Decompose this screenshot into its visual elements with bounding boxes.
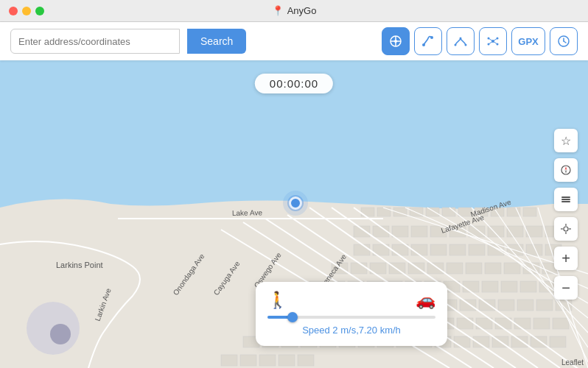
svg-point-3: [394, 40, 397, 43]
joystick[interactable]: [27, 302, 80, 355]
svg-text:Lake Ave: Lake Ave: [232, 208, 263, 217]
svg-rect-49: [449, 244, 466, 255]
svg-rect-62: [466, 263, 482, 274]
svg-rect-32: [523, 208, 536, 216]
svg-line-14: [489, 38, 493, 41]
svg-rect-110: [533, 318, 550, 329]
teleport-button[interactable]: [382, 27, 410, 55]
svg-rect-59: [408, 263, 424, 274]
svg-rect-35: [392, 226, 408, 237]
svg-rect-60: [427, 263, 444, 274]
svg-rect-44: [354, 244, 370, 255]
svg-point-8: [465, 44, 467, 46]
svg-rect-162: [561, 201, 570, 202]
multi-spot-button[interactable]: [479, 27, 507, 55]
svg-rect-46: [392, 244, 408, 255]
svg-rect-109: [514, 318, 531, 329]
speed-icons: 🚶 🚗: [267, 291, 435, 310]
svg-rect-129: [221, 355, 237, 366]
speed-label: Speed 2 m/s,7.20 km/h: [267, 325, 435, 336]
search-input[interactable]: [10, 29, 180, 54]
app-name-label: AnyGo: [287, 5, 317, 16]
car-icon: 🚗: [416, 291, 435, 310]
svg-rect-130: [240, 355, 256, 366]
svg-point-5: [430, 36, 433, 39]
recenter-button[interactable]: [554, 217, 578, 241]
walk-icon: 🚶: [267, 291, 287, 310]
speed-slider-thumb[interactable]: [287, 312, 298, 322]
svg-rect-33: [354, 226, 370, 237]
map-container[interactable]: Lake Ave Madison Ave Lafayette Ave Larki…: [0, 60, 588, 368]
svg-rect-75: [463, 281, 479, 292]
svg-rect-133: [298, 355, 314, 366]
window-controls: [9, 7, 44, 15]
svg-rect-127: [531, 336, 547, 347]
title-bar: 📍 AnyGo: [0, 0, 588, 22]
svg-rect-126: [511, 336, 528, 347]
svg-rect-50: [469, 244, 485, 255]
svg-rect-94: [536, 300, 553, 311]
star-button[interactable]: ☆: [554, 129, 578, 152]
svg-rect-56: [351, 263, 367, 274]
history-button[interactable]: [550, 27, 578, 55]
zoom-out-button[interactable]: −: [554, 276, 578, 300]
svg-rect-123: [454, 336, 470, 347]
svg-rect-36: [411, 226, 427, 237]
svg-rect-161: [561, 199, 570, 200]
zoom-in-button[interactable]: +: [554, 247, 578, 270]
svg-rect-107: [476, 318, 492, 329]
svg-rect-106: [457, 318, 473, 329]
svg-line-15: [493, 38, 497, 41]
svg-rect-93: [517, 300, 533, 311]
toolbar-right: GPX: [382, 27, 578, 55]
map-controls-panel: ☆ +: [554, 129, 578, 300]
app-icon: 📍: [272, 5, 284, 16]
svg-line-17: [493, 41, 497, 44]
svg-rect-160: [561, 197, 570, 198]
timer-display: 00:00:00: [255, 74, 333, 93]
toolbar: Search: [0, 22, 588, 60]
minimize-button[interactable]: [22, 7, 31, 15]
svg-rect-77: [501, 281, 517, 292]
svg-rect-91: [479, 300, 495, 311]
svg-rect-128: [550, 336, 566, 347]
joystick-inner: [50, 324, 71, 344]
svg-rect-131: [259, 355, 276, 366]
svg-line-16: [489, 41, 493, 44]
compass-button[interactable]: [554, 158, 578, 182]
multi-route-button[interactable]: [447, 27, 475, 55]
speed-slider[interactable]: [267, 316, 435, 319]
svg-rect-92: [498, 300, 514, 311]
svg-point-7: [455, 44, 457, 46]
svg-rect-61: [447, 263, 463, 274]
svg-rect-90: [460, 300, 476, 311]
leaflet-attribution: Leaflet: [561, 358, 584, 367]
speed-panel: 🚶 🚗 Speed 2 m/s,7.20 km/h: [256, 282, 447, 346]
maximize-button[interactable]: [35, 7, 44, 15]
svg-rect-26: [426, 208, 439, 216]
svg-rect-111: [553, 318, 569, 329]
svg-point-163: [564, 227, 568, 231]
svg-rect-39: [469, 226, 485, 237]
svg-text:Larkins Point: Larkins Point: [56, 261, 103, 269]
svg-rect-78: [520, 281, 536, 292]
search-button[interactable]: Search: [187, 29, 246, 54]
map-layers-button[interactable]: [554, 188, 578, 211]
location-marker: [289, 197, 302, 210]
app-title: 📍 AnyGo: [272, 5, 317, 16]
gpx-button[interactable]: GPX: [511, 27, 545, 55]
svg-rect-27: [442, 208, 455, 216]
svg-rect-48: [430, 244, 447, 255]
route-button[interactable]: [414, 27, 442, 55]
close-button[interactable]: [9, 7, 18, 15]
svg-line-20: [564, 41, 566, 43]
svg-point-6: [460, 38, 462, 40]
svg-point-4: [422, 43, 425, 46]
svg-rect-63: [485, 263, 501, 274]
svg-rect-76: [482, 281, 498, 292]
joystick-outer: [27, 302, 80, 355]
svg-rect-64: [504, 263, 520, 274]
svg-rect-132: [279, 355, 295, 366]
